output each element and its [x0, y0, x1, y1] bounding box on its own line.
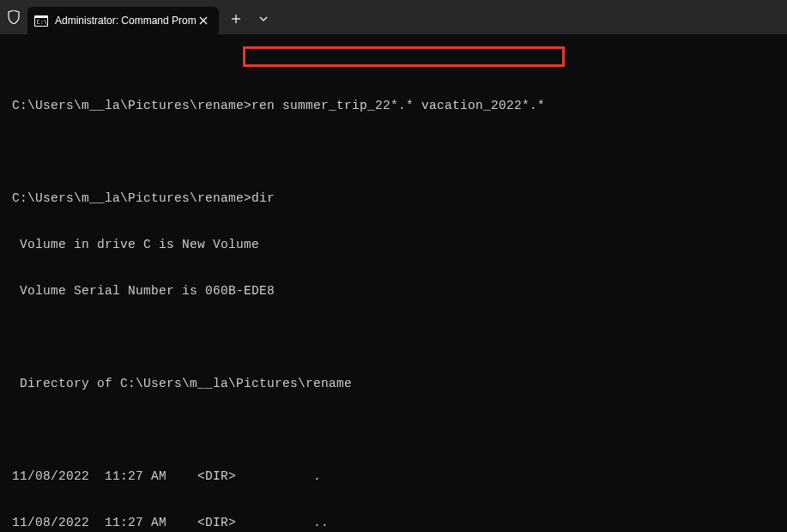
- tab-title: Administrator: Command Prom: [55, 15, 197, 27]
- titlebar: C:\ Administrator: Command Prom: [0, 0, 787, 34]
- terminal-line: [12, 144, 775, 160]
- terminal-line: Volume Serial Number is 060B-EDE8: [12, 283, 775, 299]
- prompt: C:\Users\m__la\Pictures\rename>: [12, 99, 251, 112]
- svg-text:C:\: C:\: [37, 19, 48, 26]
- new-tab-button[interactable]: [222, 5, 250, 33]
- cmd-icon: C:\: [34, 14, 48, 27]
- terminal-line: Directory of C:\Users\m__la\Pictures\ren…: [12, 376, 775, 391]
- terminal-line: Volume in drive C is New Volume: [12, 237, 775, 252]
- terminal-line: 11/08/2022 11:27 AM <DIR> ..: [12, 515, 775, 530]
- command-text: ren summer_trip_22*.* vacation_2022*.*: [251, 99, 545, 112]
- terminal-content[interactable]: C:\Users\m__la\Pictures\rename>ren summe…: [0, 34, 787, 532]
- terminal-line: 11/08/2022 11:27 AM <DIR> .: [12, 469, 775, 484]
- terminal-tab[interactable]: C:\ Administrator: Command Prom: [27, 7, 219, 34]
- close-icon[interactable]: [197, 14, 210, 27]
- terminal-line: C:\Users\m__la\Pictures\rename>dir: [12, 190, 775, 206]
- terminal-line: [12, 329, 775, 345]
- shield-icon: [7, 9, 21, 25]
- terminal-line: [12, 422, 775, 438]
- terminal-line: C:\Users\m__la\Pictures\rename>ren summe…: [12, 98, 775, 113]
- highlight-annotation: [243, 46, 565, 67]
- chevron-down-icon[interactable]: [250, 5, 277, 33]
